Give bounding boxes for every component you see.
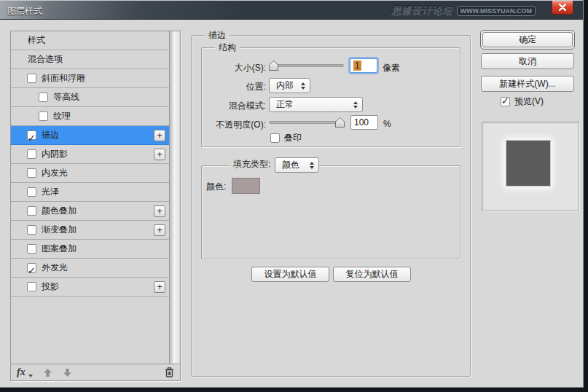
cancel-button[interactable]: 取消 [481, 53, 574, 69]
style-item-label: 等高线 [53, 88, 79, 106]
move-up-button[interactable] [43, 368, 52, 377]
layer-style-dialog: 图层样式 思缘设计论坛 WWW.MISSYUAN.COM 样式混合选项斜面和浮雕… [0, 0, 584, 388]
reset-default-button[interactable]: 复位为默认值 [333, 267, 411, 282]
style-list-item[interactable]: 描边+ [11, 126, 170, 145]
style-list-item[interactable]: 内阴影+ [11, 145, 170, 164]
arrow-up-icon [43, 368, 52, 377]
watermark-brand: 思缘设计论坛 [392, 4, 453, 17]
scrollbar-track[interactable] [169, 31, 180, 364]
style-item-label: 描边 [42, 126, 59, 144]
size-slider[interactable] [269, 60, 344, 71]
opacity-input[interactable]: 100 [350, 115, 378, 130]
style-list-item[interactable]: 混合选项 [11, 50, 170, 69]
fill-type-dropdown[interactable]: 颜色 [275, 157, 319, 173]
style-list-item[interactable]: 渐变叠加+ [11, 221, 170, 240]
add-effect-instance-button[interactable]: + [154, 281, 165, 293]
preview-checkbox[interactable]: 预览(V) [501, 95, 544, 108]
style-list-item[interactable]: 纹理 [11, 107, 170, 126]
size-slider-track[interactable] [269, 64, 344, 67]
set-default-button[interactable]: 设置为默认值 [251, 267, 329, 282]
style-item-label: 外发光 [42, 259, 68, 277]
style-item-label: 内阴影 [42, 145, 68, 163]
style-item-label: 样式 [28, 31, 45, 50]
style-item-label: 斜面和浮雕 [42, 69, 85, 87]
structure-group-title: 结构 [215, 42, 240, 53]
style-list-item[interactable]: 光泽 [11, 183, 170, 202]
stroke-color-swatch[interactable] [232, 178, 260, 194]
move-down-button[interactable] [63, 368, 72, 377]
size-slider-thumb[interactable] [269, 60, 278, 71]
style-item-label: 内发光 [42, 164, 68, 182]
position-dropdown[interactable]: 内部 [269, 78, 310, 93]
blend-mode-dropdown[interactable]: 正常 [269, 97, 363, 112]
opacity-label: 不透明度(O): [188, 119, 266, 131]
style-list-item[interactable]: 外发光 [11, 259, 170, 278]
style-list-item[interactable]: 斜面和浮雕 [11, 69, 170, 88]
trash-icon [165, 367, 174, 377]
add-effect-instance-button[interactable]: + [154, 224, 165, 236]
opacity-unit: % [383, 119, 391, 129]
fx-menu-caret-icon [28, 375, 33, 377]
dialog-title: 图层样式 [7, 5, 42, 17]
add-effect-instance-button[interactable]: + [154, 149, 165, 160]
blend-mode-label: 混合模式: [197, 100, 266, 112]
opacity-slider[interactable] [269, 117, 345, 128]
add-effect-instance-button[interactable]: + [154, 130, 165, 141]
position-label: 位置: [197, 81, 266, 93]
watermark: 思缘设计论坛 WWW.MISSYUAN.COM [392, 4, 536, 17]
style-item-label: 混合选项 [28, 50, 63, 68]
overprint-label: 叠印 [284, 132, 302, 144]
effect-enable-checkbox[interactable] [27, 282, 36, 291]
preview-panel [482, 122, 579, 211]
style-list-item[interactable]: 内发光 [11, 164, 170, 183]
arrow-down-icon [63, 368, 72, 377]
style-list-item[interactable]: 颜色叠加+ [11, 202, 170, 221]
style-list: 样式混合选项斜面和浮雕等高线纹理描边+内阴影+内发光光泽颜色叠加+渐变叠加+图案… [11, 31, 170, 297]
close-icon [559, 4, 566, 11]
style-list-item[interactable]: 投影+ [11, 278, 170, 297]
opacity-slider-thumb[interactable] [335, 117, 345, 128]
effect-enable-checkbox[interactable] [27, 130, 36, 140]
color-label: 颜色: [206, 181, 230, 193]
new-style-button[interactable]: 新建样式(W)... [481, 76, 574, 92]
overprint-checkbox-box[interactable] [270, 133, 280, 143]
style-item-label: 纹理 [53, 107, 71, 125]
style-item-label: 投影 [42, 278, 59, 296]
preview-label: 预览(V) [514, 95, 544, 108]
ok-button-ring: 确定 [480, 30, 575, 50]
style-list-panel: 样式混合选项斜面和浮雕等高线纹理描边+内阴影+内发光光泽颜色叠加+渐变叠加+图案… [10, 31, 181, 381]
style-list-item[interactable]: 等高线 [11, 88, 170, 107]
style-list-footer: fx [11, 364, 180, 380]
watermark-url: WWW.MISSYUAN.COM [457, 6, 536, 16]
effect-enable-checkbox[interactable] [39, 93, 48, 102]
dropdown-arrows-icon [310, 162, 314, 169]
preview-square [506, 140, 551, 187]
effect-enable-checkbox[interactable] [27, 187, 36, 197]
effect-enable-checkbox[interactable] [27, 206, 36, 216]
ok-button[interactable]: 确定 [482, 32, 573, 47]
effect-enable-checkbox[interactable] [27, 168, 36, 178]
add-effect-instance-button[interactable]: + [154, 205, 165, 217]
effect-enable-checkbox[interactable] [27, 225, 36, 235]
size-input[interactable]: 1 [350, 58, 377, 73]
effect-enable-checkbox[interactable] [39, 111, 48, 121]
close-button[interactable] [552, 1, 573, 15]
style-item-label: 颜色叠加 [42, 202, 77, 220]
delete-effect-button[interactable] [165, 367, 174, 377]
dropdown-arrows-icon [301, 82, 305, 90]
effect-enable-checkbox[interactable] [27, 149, 36, 159]
title-bar[interactable]: 图层样式 思缘设计论坛 WWW.MISSYUAN.COM [0, 0, 583, 20]
style-item-label: 光泽 [42, 183, 59, 201]
style-item-label: 渐变叠加 [42, 221, 77, 239]
overprint-checkbox[interactable]: 叠印 [270, 132, 302, 144]
preview-checkbox-box[interactable] [501, 97, 510, 106]
style-list-item[interactable]: 样式 [11, 31, 170, 50]
effect-enable-checkbox[interactable] [27, 74, 36, 83]
style-list-item[interactable]: 图案叠加 [11, 240, 170, 259]
fx-menu-button[interactable]: fx [17, 366, 26, 378]
effect-enable-checkbox[interactable] [27, 263, 36, 273]
effect-enable-checkbox[interactable] [27, 244, 36, 254]
fill-type-label: 填充类型: [230, 159, 274, 170]
size-unit: 像素 [383, 62, 400, 74]
opacity-slider-track[interactable] [269, 121, 345, 124]
